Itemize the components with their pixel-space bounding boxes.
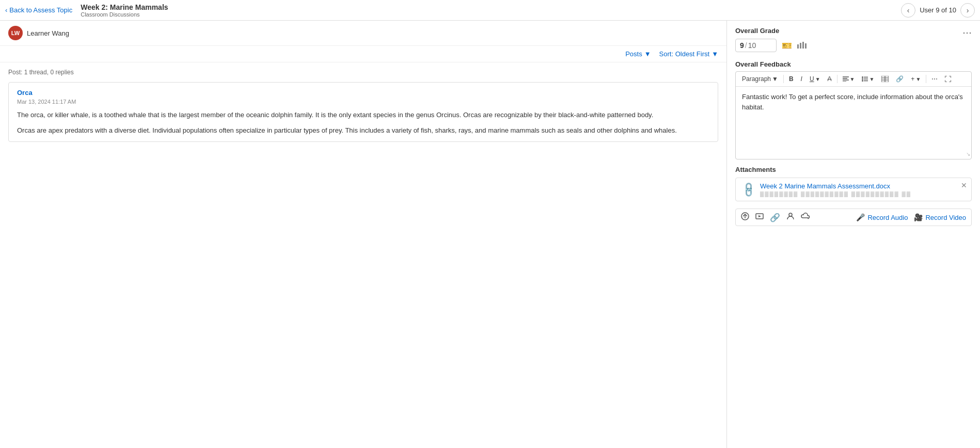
more-options-button[interactable]: ⋯	[962, 27, 972, 38]
link-button[interactable]: 🔗	[893, 74, 907, 84]
sort-filter-label: Sort: Oldest First	[659, 50, 710, 58]
svg-rect-2	[802, 42, 804, 49]
insert-chevron-icon: ▼	[915, 76, 921, 82]
attachment-item: 🔗 Week 2 Marine Mammals Assessment.docx …	[735, 178, 972, 201]
filter-bar: Posts ▼ Sort: Oldest First ▼	[0, 46, 726, 62]
post-body: The orca, or killer whale, is a toothed …	[17, 110, 709, 135]
video-icon: 🎥	[914, 213, 923, 221]
mic-icon: 🎤	[856, 213, 865, 221]
page-title: Week 2: Marine Mammals	[81, 3, 901, 11]
list-chevron-icon: ▼	[869, 76, 874, 82]
feedback-content[interactable]: Fantastic work! To get a perfect score, …	[736, 87, 971, 159]
right-panel: ⋯ Overall Grade 9 / 10 🎫 Overall Feedbac…	[727, 21, 980, 448]
svg-point-8	[862, 76, 863, 78]
fullscreen-button[interactable]	[942, 74, 954, 84]
bottom-toolbar-actions: 🎤 Record Audio 🎥 Record Video	[856, 213, 966, 221]
link-toolbar-icon[interactable]: 🔗	[770, 213, 780, 222]
bottom-toolbar-icons: 🔗	[741, 212, 856, 222]
attachment-meta: ▓▓▓▓▓▓▓▓ ▓▓▓▓▓▓▓▓▓▓ ▓▓▓▓▓▓▓▓▓▓ ▓▓	[760, 191, 965, 197]
avatar: LW	[8, 26, 23, 40]
feedback-label: Overall Feedback	[735, 60, 972, 68]
record-video-label: Record Video	[925, 214, 966, 221]
paragraph-style-button[interactable]: Paragraph ▼	[739, 74, 781, 84]
learner-bar: LW Learner Wang	[0, 21, 726, 46]
attachments-label: Attachments	[735, 166, 972, 173]
attachment-link-icon: 🔗	[739, 181, 757, 199]
editor-toolbar: Paragraph ▼ B I U ▼ A ▼	[736, 72, 971, 87]
align-button[interactable]: ▼	[840, 75, 858, 84]
svg-point-12	[862, 80, 863, 82]
paragraph-style-label: Paragraph	[742, 75, 771, 83]
underline-button[interactable]: U ▼	[807, 74, 824, 84]
page-subtitle: Classroom Discussions	[81, 11, 901, 18]
record-video-button[interactable]: 🎥 Record Video	[914, 213, 966, 221]
resize-handle[interactable]: ↘	[966, 150, 970, 158]
svg-rect-0	[797, 44, 799, 49]
grade-total: 10	[748, 41, 756, 50]
svg-point-10	[862, 78, 863, 80]
svg-rect-3	[805, 43, 807, 49]
feedback-editor: Paragraph ▼ B I U ▼ A ▼	[735, 71, 972, 159]
bold-label: B	[789, 75, 794, 83]
underline-label: U	[810, 75, 814, 83]
bottom-toolbar: 🔗 🎤 Record Audio 🎥 Record Video	[735, 209, 972, 226]
sort-filter-button[interactable]: Sort: Oldest First ▼	[659, 50, 718, 58]
feedback-text: Fantastic work! To get a perfect score, …	[742, 93, 963, 111]
main-layout: LW Learner Wang Posts ▼ Sort: Oldest Fir…	[0, 21, 980, 448]
toolbar-separator-1	[783, 75, 784, 83]
grade-row: 9 / 10 🎫	[735, 39, 972, 52]
table-button[interactable]	[878, 74, 892, 84]
grade-value: 9	[740, 41, 744, 50]
record-audio-label: Record Audio	[867, 214, 908, 221]
upload-icon[interactable]	[741, 212, 749, 222]
bold-button[interactable]: B	[786, 74, 797, 84]
list-button[interactable]: ▼	[859, 75, 877, 84]
next-user-button[interactable]: ›	[960, 3, 975, 18]
grade-chart-icon[interactable]	[797, 41, 807, 50]
post-summary: Post: 1 thread, 0 replies	[8, 69, 718, 76]
attachment-name[interactable]: Week 2 Marine Mammals Assessment.docx	[760, 182, 965, 190]
post-paragraph-2: Orcas are apex predators with a diverse …	[17, 125, 709, 136]
back-label: Back to Assess Topic	[9, 6, 72, 14]
left-panel: LW Learner Wang Posts ▼ Sort: Oldest Fir…	[0, 21, 727, 448]
toolbar-separator-3	[926, 75, 926, 83]
grade-input-box[interactable]: 9 / 10	[735, 39, 777, 52]
media-icon[interactable]	[755, 212, 764, 222]
record-audio-button[interactable]: 🎤 Record Audio	[856, 213, 908, 221]
svg-marker-20	[758, 215, 761, 217]
person-icon[interactable]	[786, 212, 795, 222]
header-nav: ‹ User 9 of 10 ›	[901, 3, 975, 18]
sort-chevron-icon: ▼	[712, 50, 718, 58]
grade-flag-icon[interactable]: 🎫	[782, 41, 792, 51]
learner-name: Learner Wang	[27, 29, 69, 37]
back-button[interactable]: ‹ Back to Assess Topic	[5, 6, 72, 14]
header-title-section: Week 2: Marine Mammals Classroom Discuss…	[81, 3, 901, 18]
more-toolbar-button[interactable]: ⋯	[928, 74, 941, 84]
underline-chevron-icon: ▼	[815, 76, 820, 82]
header: ‹ Back to Assess Topic Week 2: Marine Ma…	[0, 0, 980, 21]
avatar-initials: LW	[11, 30, 20, 36]
align-chevron-icon: ▼	[850, 76, 855, 82]
user-indicator: User 9 of 10	[920, 6, 956, 14]
grade-section-title: Overall Grade	[735, 27, 972, 35]
italic-label: I	[801, 75, 802, 83]
posts-area: Post: 1 thread, 0 replies Orca Mar 13, 2…	[0, 62, 726, 448]
chevron-left-icon: ‹	[5, 6, 7, 14]
post-date: Mar 13, 2024 11:17 AM	[17, 99, 709, 105]
post-card: Orca Mar 13, 2024 11:17 AM The orca, or …	[8, 82, 718, 142]
cloud-icon[interactable]	[801, 213, 810, 222]
toolbar-separator-2	[837, 75, 837, 83]
posts-filter-button[interactable]: Posts ▼	[625, 50, 651, 58]
post-title[interactable]: Orca	[17, 89, 709, 97]
svg-point-21	[789, 213, 792, 216]
italic-button[interactable]: I	[798, 74, 805, 84]
strikethrough-button[interactable]: A	[825, 74, 835, 84]
paragraph-chevron-icon: ▼	[772, 75, 778, 83]
attachment-info: Week 2 Marine Mammals Assessment.docx ▓▓…	[760, 182, 965, 197]
post-paragraph-1: The orca, or killer whale, is a toothed …	[17, 110, 709, 120]
insert-plus-button[interactable]: + ▼	[908, 74, 924, 84]
posts-filter-label: Posts	[625, 50, 642, 58]
posts-chevron-icon: ▼	[644, 50, 651, 58]
attachment-close-button[interactable]: ✕	[961, 181, 967, 189]
prev-user-button[interactable]: ‹	[901, 3, 915, 18]
